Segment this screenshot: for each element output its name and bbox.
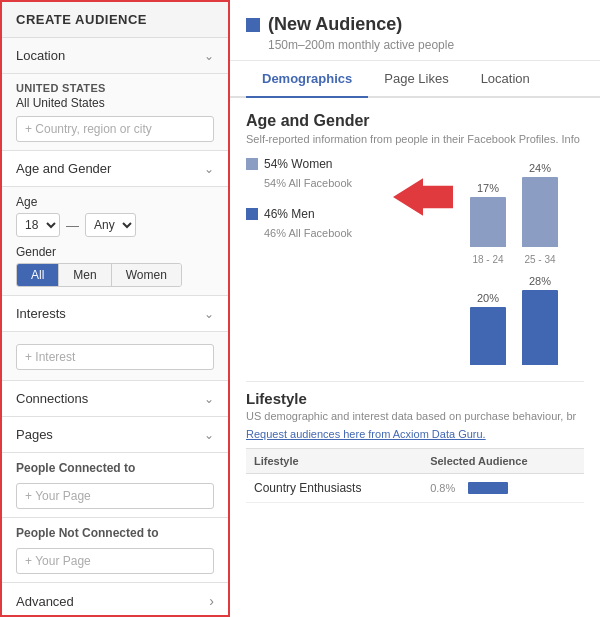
chart-legend: 54% Women 54% All Facebook 46% Men 46% A… [246,157,376,239]
country-sub: All United States [16,96,214,110]
connected-to-input-wrapper: + Your Page [2,477,228,518]
bar-25-34-women [522,177,558,247]
audience-subtitle: 150m–200m monthly active people [246,38,584,52]
svg-marker-0 [393,178,453,216]
bar-wrapper-25-34-women: 24% [522,157,558,247]
age-dash: — [66,218,79,233]
bar-pct-25-34-men: 28% [529,275,551,287]
age-gender-title: Age and Gender [246,112,584,130]
selected-audience-col-header: Selected Audience [422,449,584,474]
audience-header: (New Audience) 150m–200m monthly active … [230,0,600,61]
age-to-select[interactable]: Any [85,213,136,237]
advanced-arrow-icon: › [209,593,214,609]
age-row: 18 — Any [16,213,214,237]
legend-women: 54% Women [246,157,376,171]
lifestyle-title: Lifestyle [246,390,584,407]
country-label: UNITED STATES [16,82,214,94]
bar-18-24-women [470,197,506,247]
women-legend-text: 54% Women [264,157,332,171]
bars-area: 17% 18 - 24 24% 25 - 34 [470,157,558,365]
gender-women-button[interactable]: Women [112,264,181,286]
age-from-select[interactable]: 18 [16,213,60,237]
gender-field-label: Gender [16,245,214,259]
interests-label: Interests [16,306,66,321]
audience-title-text: (New Audience) [268,14,402,35]
table-row: Country Enthusiasts 0.8% [246,474,584,503]
location-label: Location [16,48,65,63]
pages-section-header[interactable]: Pages ⌄ [2,417,228,453]
gender-men-button[interactable]: Men [59,264,111,286]
age-gender-label: Age and Gender [16,161,111,176]
lifestyle-row-value: 0.8% [422,474,584,503]
lifestyle-desc: US demographic and interest data based o… [246,410,584,422]
section-divider [246,381,584,382]
lifestyle-row-label: Country Enthusiasts [246,474,422,503]
pages-chevron-icon: ⌄ [204,428,214,442]
not-connected-to-label: People Not Connected to [2,518,228,542]
chart-area: 54% Women 54% All Facebook 46% Men 46% A… [246,157,584,365]
interests-section-content: + Interest [2,332,228,381]
bar-25-34-men [522,290,558,365]
bar-label-18-24: 18 - 24 [472,254,503,265]
bar-pct-18-24-men: 20% [477,292,499,304]
country-input[interactable]: + Country, region or city [16,116,214,142]
tab-page-likes[interactable]: Page Likes [368,61,464,98]
age-gender-desc: Self-reported information from people in… [246,133,584,145]
location-chevron-icon: ⌄ [204,49,214,63]
connected-to-input[interactable]: + Your Page [16,483,214,509]
age-gender-section-header[interactable]: Age and Gender ⌄ [2,151,228,187]
pct-text: 0.8% [430,482,462,494]
connected-to-label: People Connected to [2,453,228,477]
connections-section-header[interactable]: Connections ⌄ [2,381,228,417]
gender-all-button[interactable]: All [17,264,59,286]
tab-demographics[interactable]: Demographics [246,61,368,98]
bar-18-24-men [470,307,506,365]
pct-bar-container: 0.8% [430,482,576,494]
legend-men: 46% Men [246,207,376,221]
connections-label: Connections [16,391,88,406]
men-bars: 20% 28% [470,275,558,365]
interests-chevron-icon: ⌄ [204,307,214,321]
men-legend-text: 46% Men [264,207,315,221]
bar-group-25-34-women: 24% 25 - 34 [522,157,558,265]
bar-label-25-34: 25 - 34 [524,254,555,265]
not-connected-to-input[interactable]: + Your Page [16,548,214,574]
men-color-icon [246,208,258,220]
women-legend-sub: 54% All Facebook [264,177,376,189]
location-section-header[interactable]: Location ⌄ [2,38,228,74]
bar-group-25-34-men: 28% [522,275,558,365]
lifestyle-section: Lifestyle US demographic and interest da… [246,390,584,503]
connections-chevron-icon: ⌄ [204,392,214,406]
pct-bar-fill [468,482,508,494]
bar-pct-25-34-women: 24% [529,162,551,174]
not-connected-to-input-wrapper: + Your Page [2,542,228,583]
pages-label: Pages [16,427,53,442]
gender-buttons-group: All Men Women [16,263,182,287]
advanced-section-header[interactable]: Advanced › [2,583,228,617]
women-bars: 17% 18 - 24 24% 25 - 34 [470,157,558,265]
men-legend-sub: 46% All Facebook [264,227,376,239]
red-arrow-icon [393,177,453,217]
age-gender-chevron-icon: ⌄ [204,162,214,176]
lifestyle-desc-text: US demographic and interest data based o… [246,410,576,422]
bar-wrapper-25-34-men: 28% [522,275,558,365]
create-audience-header: CREATE AUDIENCE [2,2,228,38]
bar-group-18-24-men: 20% [470,275,506,365]
advanced-label: Advanced [16,594,74,609]
lifestyle-table: Lifestyle Selected Audience Country Enth… [246,448,584,503]
interests-section-header[interactable]: Interests ⌄ [2,296,228,332]
audience-title-row: (New Audience) [246,14,584,35]
women-color-icon [246,158,258,170]
bar-wrapper-18-24-women: 17% [470,157,506,247]
interest-input[interactable]: + Interest [16,344,214,370]
left-panel: CREATE AUDIENCE Location ⌄ UNITED STATES… [0,0,230,617]
lifestyle-link[interactable]: Request audiences here from Acxiom Data … [246,428,584,440]
tabs-row: Demographics Page Likes Location [230,61,600,98]
audience-title-square-icon [246,18,260,32]
tab-location[interactable]: Location [465,61,546,98]
main-content: Age and Gender Self-reported information… [230,98,600,517]
right-panel: (New Audience) 150m–200m monthly active … [230,0,600,617]
bar-wrapper-18-24-men: 20% [470,275,506,365]
bar-group-18-24-women: 17% 18 - 24 [470,157,506,265]
red-arrow-container [388,157,458,217]
